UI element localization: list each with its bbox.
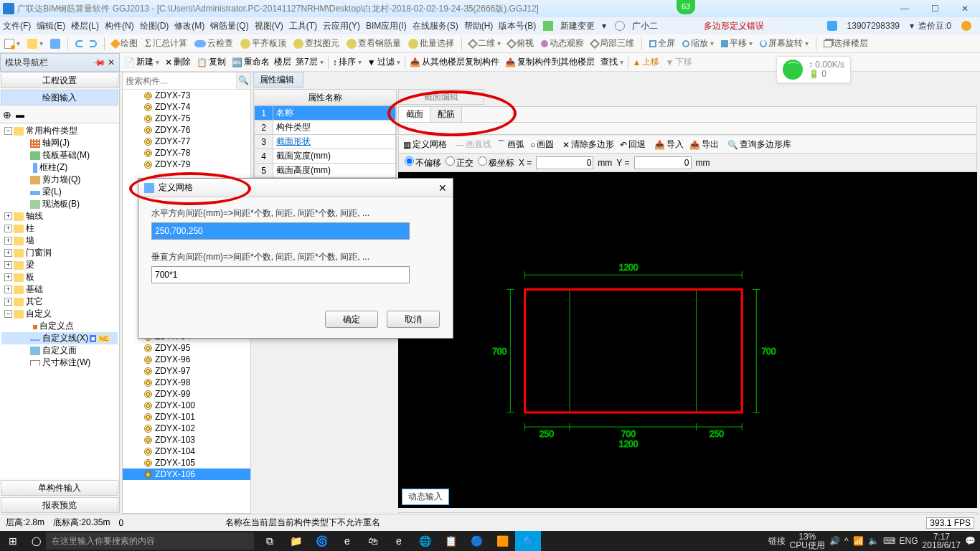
radio-polar[interactable]: 极坐标: [478, 156, 514, 169]
taskbar-app-7[interactable]: 🔷: [515, 531, 541, 551]
list-item[interactable]: ZDYX-102: [123, 423, 250, 434]
list-item[interactable]: ZDYX-95: [123, 342, 250, 354]
open-file-button[interactable]: [26, 39, 44, 49]
tray-vol[interactable]: 🔈: [868, 536, 879, 546]
tree-axis-cat[interactable]: +轴线: [1, 210, 118, 222]
task-view-button[interactable]: ⧉: [257, 531, 283, 551]
tree-custom-area[interactable]: 自定义面: [1, 344, 118, 357]
cancel-button[interactable]: 取消: [387, 311, 440, 328]
list-item[interactable]: ZDYX-79: [123, 159, 250, 170]
taskbar-app-4[interactable]: 📋: [438, 531, 463, 551]
tree-col-cat[interactable]: +柱: [1, 222, 118, 235]
nav-close-icon[interactable]: ✕: [108, 57, 115, 67]
tree-common[interactable]: −常用构件类型: [1, 125, 118, 137]
cortana-button[interactable]: ◯: [26, 536, 46, 546]
dialog-title-bar[interactable]: 定义网格 ✕: [138, 179, 453, 197]
x-input[interactable]: [536, 156, 593, 169]
list-item[interactable]: ZDYX-76: [123, 124, 250, 136]
list-item[interactable]: ZDYX-78: [123, 147, 250, 159]
taskbar-app-1[interactable]: 📁: [283, 531, 308, 551]
menu-help[interactable]: 帮助(H): [464, 20, 494, 32]
tray-clock[interactable]: 7:172018/6/17: [923, 532, 961, 550]
list-item[interactable]: ZDYX-98: [123, 377, 250, 388]
flat-slab-button[interactable]: 平齐板顶: [239, 37, 288, 50]
filter-button[interactable]: ▼ 过滤: [366, 56, 402, 68]
taskbar-app-2[interactable]: 🌀: [308, 531, 334, 551]
tree-other-cat[interactable]: +其它: [1, 296, 118, 308]
prop-width[interactable]: 截面宽度(mm): [273, 149, 396, 164]
dynamic-view-button[interactable]: 动态观察: [540, 37, 585, 50]
list-item[interactable]: ZDYX-75: [123, 113, 250, 124]
single-comp-button[interactable]: 单构件输入: [1, 480, 118, 496]
menu-bim[interactable]: BIM应用(I): [366, 20, 407, 32]
draw-arc-button[interactable]: ⌒ 画弧: [496, 138, 526, 151]
menu-version[interactable]: 版本号(B): [499, 20, 536, 32]
tree-beam[interactable]: 梁(L): [1, 186, 118, 198]
search-input[interactable]: [123, 72, 236, 89]
minimize-button[interactable]: —: [890, 0, 920, 17]
menu-edit[interactable]: 编辑(E): [37, 20, 65, 32]
maximize-button[interactable]: ☐: [920, 0, 950, 17]
list-item[interactable]: ZDYX-103: [123, 434, 250, 446]
delete-comp-button[interactable]: ✕ 删除: [164, 56, 192, 68]
find-comp-button[interactable]: 查找: [599, 56, 625, 68]
top-view-button[interactable]: 俯视: [507, 37, 535, 50]
new-comp-button[interactable]: 📄 新建: [123, 56, 161, 68]
menu-comp[interactable]: 构件(N): [105, 20, 134, 32]
define-grid-button[interactable]: ▦ 定义网格: [402, 138, 448, 151]
tray-lang[interactable]: ENG: [900, 536, 918, 546]
radio-ortho[interactable]: 正交: [446, 156, 473, 169]
rotate-button[interactable]: 屏幕旋转: [758, 37, 810, 50]
menu-rebar[interactable]: 钢筋量(Q): [210, 20, 248, 32]
menu-view[interactable]: 视图(V): [255, 20, 283, 32]
move-down-button[interactable]: ▼ 下移: [664, 56, 694, 68]
section-canvas[interactable]: 1200 700 700 250 700 250 1200: [398, 172, 977, 508]
tree-slab[interactable]: 现浇板(B): [1, 198, 118, 210]
list-item[interactable]: ZDYX-74: [123, 101, 250, 113]
phone-number[interactable]: 13907298339: [847, 21, 900, 31]
taskbar-app-5[interactable]: 🔵: [463, 531, 489, 551]
list-item[interactable]: ZDYX-101: [123, 411, 250, 423]
prop-type[interactable]: 构件类型: [273, 121, 396, 135]
select-floor-button[interactable]: 选择楼层: [822, 37, 870, 50]
2d-view-button[interactable]: 二维: [468, 37, 502, 50]
tree-found-cat[interactable]: +基础: [1, 283, 118, 296]
local-3d-button[interactable]: 局部三维: [590, 37, 636, 50]
y-input[interactable]: [634, 156, 692, 169]
menu-draw[interactable]: 绘图(D): [140, 20, 169, 32]
tree-custom-point[interactable]: 自定义点: [1, 320, 118, 332]
menu-online[interactable]: 在线服务(S): [413, 20, 458, 32]
copy-from-floor-button[interactable]: 📥 从其他楼层复制构件: [408, 56, 501, 68]
menu-tool[interactable]: 工具(T): [289, 20, 317, 32]
rename-comp-button[interactable]: 🔤 重命名: [230, 56, 271, 68]
import-button[interactable]: 📥 导入: [653, 138, 685, 151]
list-item[interactable]: ZDYX-77: [123, 136, 250, 147]
list-item[interactable]: ZDYX-96: [123, 354, 250, 365]
tray-ime[interactable]: ⌨: [883, 536, 895, 546]
menu-cloud[interactable]: 云应用(Y): [323, 20, 360, 32]
taskbar-search[interactable]: 在这里输入你要搜索的内容: [46, 532, 254, 550]
draw-mode-button[interactable]: 绘图: [110, 37, 139, 50]
sum-calc-button[interactable]: Σ 汇总计算: [143, 37, 189, 50]
section-edit-tab[interactable]: 截面编辑: [398, 89, 484, 105]
redo-button[interactable]: [88, 40, 98, 47]
tab-section[interactable]: 截面: [399, 107, 430, 122]
assistant-button[interactable]: 广小二: [613, 20, 665, 32]
start-button[interactable]: ⊞: [0, 535, 26, 547]
fullscreen-button[interactable]: 全屏: [648, 37, 677, 50]
close-button[interactable]: ✕: [950, 0, 980, 17]
find-element-button[interactable]: 查找图元: [292, 37, 341, 50]
list-item[interactable]: ZDYX-73: [123, 90, 250, 101]
drawing-input-button[interactable]: 绘图输入: [1, 90, 118, 105]
tree-slab-cat[interactable]: +板: [1, 271, 118, 283]
draw-line-button[interactable]: — 画直线: [454, 138, 493, 151]
radio-no-offset[interactable]: 不偏移: [405, 156, 441, 169]
query-library-button[interactable]: 🔍 查询多边形库: [726, 138, 793, 151]
list-item[interactable]: ZDYX-100: [123, 400, 250, 411]
tree-custom-cat[interactable]: −自定义: [1, 308, 118, 320]
prop-shape[interactable]: 截面形状: [273, 135, 396, 149]
copy-to-floor-button[interactable]: 📤 复制构件到其他楼层: [504, 56, 596, 68]
list-item[interactable]: ZDYX-97: [123, 365, 250, 377]
cloud-check-button[interactable]: 云检查: [193, 37, 235, 50]
prop-name[interactable]: 名称: [273, 106, 396, 121]
